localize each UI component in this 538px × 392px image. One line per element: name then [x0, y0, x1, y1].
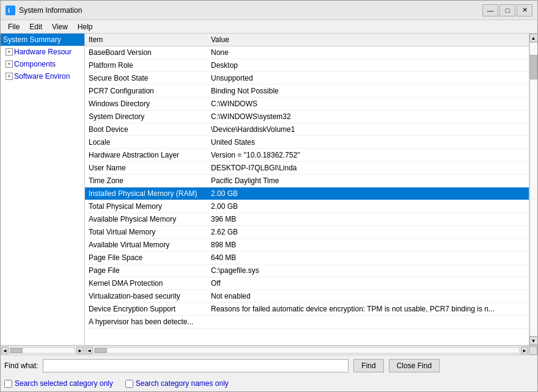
table-cell-value: C:\WINDOWS\system32	[207, 111, 529, 123]
table-row[interactable]: A hypervisor has been detecte...	[85, 316, 529, 328]
table-row[interactable]: Virtualization-based securityNot enabled	[85, 290, 529, 303]
main-content: System Summary + Hardware Resour + Compo…	[1, 34, 537, 346]
menu-bar: File Edit View Help	[1, 20, 537, 34]
search-category-label: Search selected category only	[15, 379, 113, 388]
table-cell-item: Available Virtual Memory	[85, 239, 207, 252]
main-h-scroll-thumb[interactable]	[95, 348, 107, 353]
scroll-right-button[interactable]: ►	[76, 347, 84, 354]
table-cell-value: Pacific Daylight Time	[207, 175, 529, 187]
table-row[interactable]: Windows DirectoryC:\WINDOWS	[85, 98, 529, 111]
sidebar-item-software[interactable]: + Software Environ	[1, 70, 84, 82]
table-cell-item: Available Physical Memory	[85, 213, 207, 226]
table-header-row: Item Value	[85, 34, 529, 46]
svg-text:i: i	[8, 7, 10, 14]
table-row[interactable]: Device Encryption SupportReasons for fai…	[85, 303, 529, 316]
table-row[interactable]: Installed Physical Memory (RAM)2.00 GB	[85, 187, 529, 200]
menu-edit[interactable]: Edit	[24, 21, 47, 32]
table-cell-value: Reasons for failed automatic device encr…	[207, 303, 529, 316]
corner-box	[529, 346, 537, 355]
info-table: Item Value BaseBoard VersionNonePlatform…	[85, 34, 529, 328]
h-scroll-thumb[interactable]	[10, 348, 23, 353]
table-cell-item: System Directory	[85, 111, 207, 123]
title-bar-left: i System Information	[6, 5, 82, 15]
menu-help[interactable]: Help	[73, 21, 98, 32]
table-cell-value: United States	[207, 136, 529, 149]
table-cell-value: 898 MB	[207, 239, 529, 252]
maximize-button[interactable]: □	[499, 4, 515, 16]
table-cell-value: Binding Not Possible	[207, 85, 529, 98]
table-row[interactable]: Hardware Abstraction LayerVersion = "10.…	[85, 149, 529, 162]
table-cell-value: DESKTOP-I7QLBGI\Linda	[207, 162, 529, 175]
table-row[interactable]: Secure Boot StateUnsupported	[85, 72, 529, 85]
table-cell-item: Secure Boot State	[85, 72, 207, 85]
bottom-scrollbar-row: ◄ ► ◄ ►	[1, 346, 537, 355]
table-cell-value: Not enabled	[207, 290, 529, 303]
right-scrollbar: ▲ ▼	[529, 34, 537, 345]
search-names-checkbox[interactable]	[125, 380, 133, 388]
scroll-thumb[interactable]	[530, 55, 537, 79]
table-cell-value: Off	[207, 277, 529, 290]
close-button[interactable]: ✕	[517, 4, 532, 16]
minimize-button[interactable]: —	[482, 4, 498, 16]
scroll-track[interactable]	[529, 42, 538, 336]
search-category-checkbox-label[interactable]: Search selected category only	[4, 379, 113, 388]
sidebar-item-system-summary[interactable]: System Summary	[1, 34, 84, 46]
find-input[interactable]	[43, 359, 348, 372]
sidebar-h-scrollbar: ◄ ►	[1, 346, 85, 355]
table-cell-value: Unsupported	[207, 72, 529, 85]
table-cell-item: Kernel DMA Protection	[85, 277, 207, 290]
sidebar-item-hardware[interactable]: + Hardware Resour	[1, 46, 84, 58]
table-row[interactable]: Available Physical Memory396 MB	[85, 213, 529, 226]
table-cell-item: Total Virtual Memory	[85, 226, 207, 239]
system-information-window: i System Information — □ ✕ File Edit Vie…	[0, 0, 538, 392]
table-cell-value: 640 MB	[207, 252, 529, 264]
table-cell-value: \Device\HarddiskVolume1	[207, 123, 529, 136]
table-cell-item: Boot Device	[85, 123, 207, 136]
title-bar-controls: — □ ✕	[482, 4, 532, 16]
table-row[interactable]: Page FileC:\pagefile.sys	[85, 264, 529, 277]
main-scroll-right-button[interactable]: ►	[521, 347, 528, 354]
find-button[interactable]: Find	[353, 359, 383, 372]
search-names-label: Search category names only	[136, 379, 229, 388]
expand-icon: +	[6, 48, 13, 56]
table-cell-value: C:\pagefile.sys	[207, 264, 529, 277]
menu-file[interactable]: File	[3, 21, 24, 32]
table-row[interactable]: Available Virtual Memory898 MB	[85, 239, 529, 252]
search-category-checkbox[interactable]	[4, 380, 12, 388]
table-cell-item: Page File	[85, 264, 207, 277]
table-cell-item: Platform Role	[85, 59, 207, 72]
scroll-up-button[interactable]: ▲	[529, 34, 538, 42]
table-row[interactable]: User NameDESKTOP-I7QLBGI\Linda	[85, 162, 529, 175]
table-cell-item: Hardware Abstraction Layer	[85, 149, 207, 162]
table-cell-value: 2.62 GB	[207, 226, 529, 239]
table-row[interactable]: Kernel DMA ProtectionOff	[85, 277, 529, 290]
menu-view[interactable]: View	[47, 21, 73, 32]
table-cell-item: Time Zone	[85, 175, 207, 187]
checkboxes-bar: Search selected category only Search cat…	[1, 376, 537, 391]
table-row[interactable]: Time ZonePacific Daylight Time	[85, 175, 529, 187]
main-scroll-left-button[interactable]: ◄	[86, 347, 93, 354]
h-scroll-track[interactable]	[10, 347, 75, 354]
expand-icon: +	[6, 73, 13, 80]
table-row[interactable]: Total Virtual Memory2.62 GB	[85, 226, 529, 239]
find-label: Find what:	[4, 361, 38, 370]
table-row[interactable]: LocaleUnited States	[85, 136, 529, 149]
main-h-scroll-track[interactable]	[94, 347, 520, 354]
table-row[interactable]: Total Physical Memory2.00 GB	[85, 200, 529, 213]
table-cell-item: User Name	[85, 162, 207, 175]
table-row[interactable]: Boot Device\Device\HarddiskVolume1	[85, 123, 529, 136]
data-table: Item Value BaseBoard VersionNonePlatform…	[85, 34, 529, 345]
close-find-button[interactable]: Close Find	[389, 359, 440, 372]
table-cell-value: 396 MB	[207, 213, 529, 226]
table-row[interactable]: System DirectoryC:\WINDOWS\system32	[85, 111, 529, 123]
table-row[interactable]: BaseBoard VersionNone	[85, 46, 529, 59]
sidebar: System Summary + Hardware Resour + Compo…	[1, 34, 85, 345]
table-row[interactable]: Page File Space640 MB	[85, 252, 529, 264]
sidebar-item-components[interactable]: + Components	[1, 58, 84, 70]
scroll-down-button[interactable]: ▼	[529, 336, 538, 345]
scroll-left-button[interactable]: ◄	[1, 347, 9, 354]
table-cell-value: C:\WINDOWS	[207, 98, 529, 111]
table-row[interactable]: Platform RoleDesktop	[85, 59, 529, 72]
table-row[interactable]: PCR7 ConfigurationBinding Not Possible	[85, 85, 529, 98]
search-names-checkbox-label[interactable]: Search category names only	[125, 379, 229, 388]
